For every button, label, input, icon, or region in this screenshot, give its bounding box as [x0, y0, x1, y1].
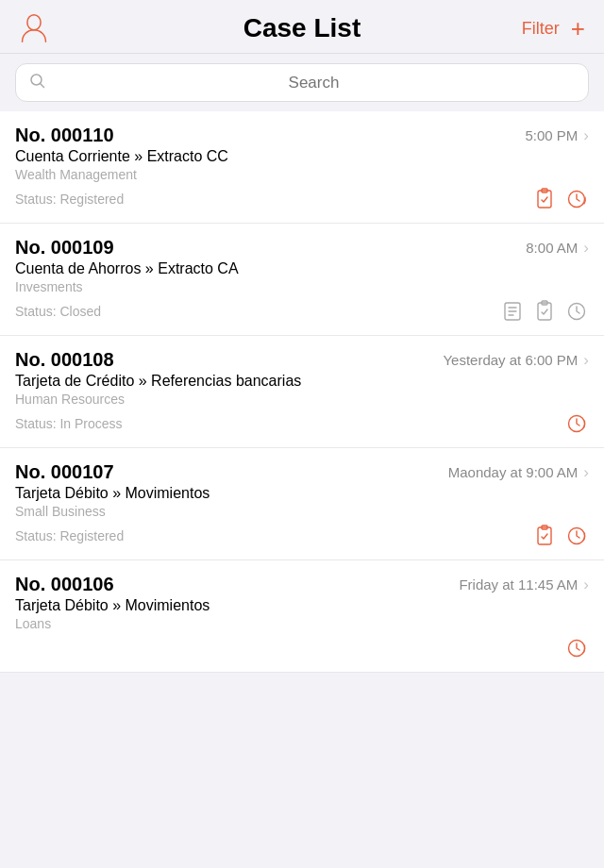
case-icons	[500, 299, 589, 324]
case-number: No. 000110	[15, 125, 114, 146]
case-category: Wealth Management	[15, 167, 589, 182]
case-category: Invesments	[15, 279, 589, 294]
case-status: Status: Registered	[15, 528, 124, 543]
case-description: Tarjeta de Crédito » Referencias bancari…	[15, 373, 589, 390]
svg-rect-10	[538, 303, 551, 320]
clock-icon	[564, 524, 589, 548]
case-icons	[532, 524, 589, 548]
chevron-right-icon: ›	[583, 351, 589, 370]
case-number: No. 000108	[15, 349, 114, 371]
clock-icon	[564, 411, 589, 436]
case-description: Tarjeta Débito » Movimientos	[15, 597, 589, 614]
case-time: 8:00 AM ›	[526, 239, 589, 258]
case-status: Status: Closed	[15, 304, 101, 319]
clipboard-check-icon	[532, 524, 557, 548]
clipboard-check-icon	[532, 187, 557, 211]
search-bar	[15, 63, 589, 102]
case-icons	[564, 411, 589, 436]
svg-point-0	[27, 15, 41, 30]
chevron-right-icon: ›	[583, 463, 589, 482]
header-left	[19, 13, 76, 43]
case-description: Cuenta Corriente » Extracto CC	[15, 148, 589, 165]
case-icons	[564, 636, 589, 660]
case-item[interactable]: No. 000110 5:00 PM › Cuenta Corriente » …	[0, 111, 604, 224]
svg-rect-14	[538, 527, 551, 544]
chevron-right-icon: ›	[583, 126, 589, 145]
add-case-button[interactable]: +	[571, 16, 585, 41]
clock-icon	[564, 187, 589, 211]
search-icon	[29, 73, 45, 92]
case-description: Cuenta de Ahorros » Extracto CA	[15, 260, 589, 277]
svg-line-2	[41, 84, 44, 88]
case-time: Yesterday at 6:00 PM ›	[443, 351, 589, 370]
chevron-right-icon: ›	[583, 576, 589, 594]
page-title: Case List	[76, 13, 528, 43]
case-time: 5:00 PM ›	[525, 126, 589, 145]
svg-rect-3	[538, 191, 551, 208]
case-time: Friday at 11:45 AM ›	[459, 576, 589, 594]
app-header: Case List Filter +	[0, 0, 604, 54]
case-category: Human Resources	[15, 392, 589, 407]
case-item[interactable]: No. 000109 8:00 AM › Cuenta de Ahorros »…	[0, 224, 604, 336]
case-number: No. 000106	[15, 574, 114, 595]
case-number: No. 000107	[15, 461, 114, 483]
clipboard-check-icon	[532, 299, 557, 324]
case-category: Small Business	[15, 504, 589, 519]
case-item[interactable]: No. 000106 Friday at 11:45 AM › Tarjeta …	[0, 560, 604, 673]
case-icons	[532, 187, 589, 211]
search-container	[0, 54, 604, 111]
clock-icon	[564, 636, 589, 660]
header-right: Filter +	[528, 16, 585, 41]
case-status: Status: In Process	[15, 416, 123, 431]
filter-button[interactable]: Filter	[522, 19, 560, 39]
case-item[interactable]: No. 000108 Yesterday at 6:00 PM › Tarjet…	[0, 336, 604, 448]
case-time: Maonday at 9:00 AM ›	[448, 463, 589, 482]
clock-icon	[564, 299, 589, 324]
list-icon	[500, 299, 525, 324]
person-icon[interactable]	[19, 13, 49, 43]
search-input[interactable]	[53, 74, 575, 92]
case-list: No. 000110 5:00 PM › Cuenta Corriente » …	[0, 111, 604, 673]
case-category: Loans	[15, 616, 589, 631]
case-item[interactable]: No. 000107 Maonday at 9:00 AM › Tarjeta …	[0, 448, 604, 560]
case-status: Status: Registered	[15, 192, 124, 207]
chevron-right-icon: ›	[583, 239, 589, 258]
case-description: Tarjeta Débito » Movimientos	[15, 485, 589, 502]
case-number: No. 000109	[15, 237, 114, 259]
